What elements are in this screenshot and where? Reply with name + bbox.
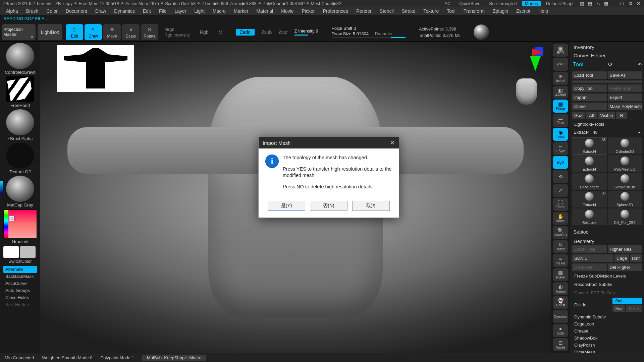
l-sym-button[interactable]: ↔L.Sym: [553, 142, 568, 155]
gradient-label[interactable]: Gradient: [12, 239, 29, 244]
menu-alpha[interactable]: Alpha: [2, 7, 22, 15]
left-slot-controledgravit[interactable]: ControledGravit: [4, 43, 37, 75]
minimize-icon[interactable]: —: [611, 1, 617, 6]
lightbox-tools-link[interactable]: Lightbox▶Tools: [572, 121, 642, 128]
aahalf-button[interactable]: ◧AAHalf: [553, 86, 568, 99]
--button[interactable]: ⟲: [553, 170, 568, 183]
color-swatch-1[interactable]: [20, 246, 36, 258]
menu-dynamics[interactable]: Dynamics: [110, 7, 139, 15]
left-slot--brushalpha[interactable]: ~BrushAlpha: [4, 109, 37, 141]
draw-size-slider[interactable]: [332, 37, 406, 38]
goz-all-button[interactable]: All: [586, 112, 597, 119]
menu-help[interactable]: Help: [534, 7, 552, 15]
quicksave-button[interactable]: QuickSave: [456, 1, 484, 6]
rgb-toggle[interactable]: Rgb: [200, 29, 209, 35]
menu-layer[interactable]: Layer: [171, 7, 191, 15]
tool-header[interactable]: Tool: [573, 61, 583, 68]
redo-icon[interactable]: ⟳: [608, 61, 613, 68]
actual-button[interactable]: ⊞Actual: [553, 72, 568, 85]
close-icon[interactable]: ✕: [635, 1, 641, 6]
tool-polysphere[interactable]: PolySphere: [572, 173, 607, 190]
cancel-button[interactable]: 取消: [352, 201, 390, 211]
menu-marker[interactable]: Marker: [230, 7, 253, 15]
suv-toggle[interactable]: Suv: [612, 305, 625, 312]
divide-button[interactable]: Divide: [572, 301, 611, 308]
material-preview[interactable]: [474, 24, 489, 40]
frame-button[interactable]: ⛶Frame: [553, 198, 568, 211]
left-opt-alternate[interactable]: Alternate: [3, 266, 37, 273]
draw-mode-button[interactable]: ✎Draw: [85, 24, 102, 40]
maximize-icon[interactable]: ☐: [619, 1, 625, 6]
weighted-smooth[interactable]: Weighted Smooth Mode 0: [42, 355, 92, 360]
arrows-icon[interactable]: ⇆: [595, 1, 601, 6]
camera-head-gizmo[interactable]: [516, 78, 537, 105]
menu-render[interactable]: Render: [352, 7, 376, 15]
higher-res-button[interactable]: Higher Res: [608, 245, 642, 253]
move-button[interactable]: ✋Move: [553, 212, 568, 225]
goz-r-button[interactable]: R: [616, 112, 627, 119]
restore-icon[interactable]: ⧉: [627, 1, 633, 6]
left-opt-auto-groups[interactable]: Auto Groups: [3, 287, 37, 294]
reconstruct-subdiv-button[interactable]: Reconstruct Subdiv: [572, 281, 642, 288]
reference-thumbnail[interactable]: [57, 45, 134, 92]
section-shadowbox[interactable]: ShadowBox: [572, 335, 642, 342]
no-button[interactable]: 否(N): [310, 201, 347, 211]
section-crease[interactable]: Crease: [572, 327, 642, 335]
axis-gizmo[interactable]: [520, 47, 543, 70]
ine-fill-button[interactable]: ≡Ine Fill: [553, 254, 568, 267]
grid-icon[interactable]: ▦: [603, 1, 609, 6]
menu-color[interactable]: Color: [42, 7, 61, 15]
extract-r-button[interactable]: R: [638, 130, 641, 135]
inventory-header[interactable]: Inventory: [572, 44, 642, 51]
menu-stencil[interactable]: Stencil: [376, 7, 398, 15]
xpose-button[interactable]: ⊡Xpose: [553, 338, 568, 351]
yes-button[interactable]: 是(Y): [268, 201, 305, 211]
left-slot-matcap-gray[interactable]: MatCap Gray: [4, 176, 37, 207]
local-button[interactable]: ◉Local: [553, 128, 568, 141]
tool-extract4[interactable]: Extract4: [572, 155, 607, 172]
draw-size-value[interactable]: 5.01304: [353, 31, 369, 36]
menu-texture[interactable]: Texture: [419, 7, 443, 15]
m-toggle[interactable]: M: [219, 29, 223, 35]
z-intensity-slider[interactable]: [294, 35, 308, 36]
seethrough-slider[interactable]: See-through 0: [486, 1, 520, 6]
menu-zscript[interactable]: Zscript: [512, 7, 534, 15]
left-slot-texture-off[interactable]: Texture Off: [4, 142, 37, 174]
polypaint-mode[interactable]: Polypaint Mode 1: [101, 355, 134, 360]
menu-macro[interactable]: Macro: [209, 7, 230, 15]
solo-button[interactable]: ●Solo: [553, 324, 568, 337]
macro-chip[interactable]: MulSub_KeepShape_Macro: [142, 355, 206, 361]
bpr-button[interactable]: ▣BPR: [553, 44, 568, 57]
import-button[interactable]: Import: [572, 94, 607, 101]
left-slot-freehand[interactable]: FreeHand: [4, 76, 37, 108]
zoom3d-button[interactable]: 🔍Zoom3D: [553, 226, 568, 239]
ghost-button[interactable]: 👻Ghost: [553, 296, 568, 309]
polyf-button[interactable]: ▦PolyF: [553, 268, 568, 281]
floor-button[interactable]: ▭Floor: [553, 114, 568, 127]
menu-zplugin[interactable]: Zplugin: [489, 7, 512, 15]
xyz-button[interactable]: xyz: [553, 156, 568, 169]
edit-mode-button[interactable]: ▢Edit: [66, 24, 83, 40]
ac-toggle[interactable]: AC: [441, 1, 454, 6]
left-opt-close-holes[interactable]: Close Holes: [3, 294, 37, 301]
left-tray-handle[interactable]: [0, 181, 3, 194]
del-higher-button[interactable]: Del Higher: [608, 263, 642, 271]
tool-sphere3d[interactable]: Sphere3D: [608, 191, 642, 207]
dynamic-button[interactable]: Dynamic: [553, 310, 568, 323]
tool-beltlock[interactable]: BeltLock: [572, 208, 607, 225]
menu-document[interactable]: Document: [62, 7, 91, 15]
tool-ch_for_zb2[interactable]: CH_For_ZB2: [608, 208, 642, 225]
menu-preferences[interactable]: Preferences: [319, 7, 352, 15]
left-opt-accucurve[interactable]: AccuCurve: [3, 280, 37, 287]
section-edgeloop[interactable]: EdgeLoop: [572, 320, 642, 327]
geometry-header[interactable]: Geometry: [572, 237, 642, 244]
focal-shift-value[interactable]: 0: [354, 26, 356, 31]
menu-material[interactable]: Material: [252, 7, 277, 15]
freeze-subdiv-button[interactable]: Freeze SubDivision Levels: [572, 273, 642, 280]
menu-light[interactable]: Light: [191, 7, 209, 15]
lightbox-button[interactable]: LightBox: [38, 24, 62, 40]
tool-cylinder3d[interactable]: Cylinder3D: [608, 137, 642, 154]
zadd-toggle[interactable]: Zadd: [236, 29, 255, 36]
persp-button[interactable]: ▦Persp: [553, 100, 568, 113]
close-icon[interactable]: ✕: [390, 139, 395, 146]
